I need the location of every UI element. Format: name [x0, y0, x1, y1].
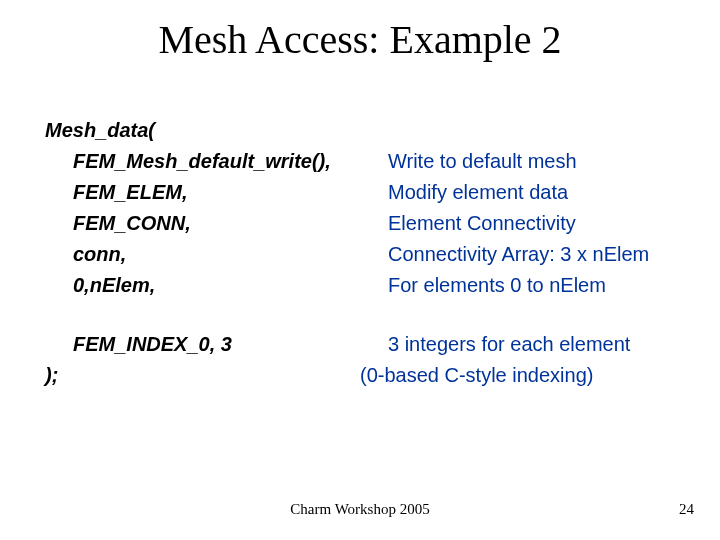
slide-body: Mesh_data( FEM_Mesh_default_write(), Wri… — [45, 115, 685, 391]
code-text: FEM_INDEX_0, 3 — [45, 329, 388, 360]
desc-text: Element Connectivity — [388, 208, 685, 239]
code-text: 0,nElem, — [45, 270, 388, 301]
desc-text: For elements 0 to nElem — [388, 270, 685, 301]
code-text: ); — [45, 360, 360, 391]
code-text: conn, — [45, 239, 388, 270]
desc-text: Connectivity Array: 3 x nElem — [388, 239, 685, 270]
code-text: FEM_CONN, — [45, 208, 388, 239]
desc-text: Modify element data — [388, 177, 685, 208]
slide-title: Mesh Access: Example 2 — [0, 16, 720, 63]
desc-text: 3 integers for each element — [388, 329, 685, 360]
footer-text: Charm Workshop 2005 — [0, 501, 720, 518]
slide-number: 24 — [679, 501, 694, 518]
code-text: FEM_ELEM, — [45, 177, 388, 208]
code-row: conn, Connectivity Array: 3 x nElem — [45, 239, 685, 270]
desc-text: Write to default mesh — [388, 146, 685, 177]
desc-text: (0-based C-style indexing) — [360, 360, 685, 391]
code-row: FEM_Mesh_default_write(), Write to defau… — [45, 146, 685, 177]
code-row: FEM_CONN, Element Connectivity — [45, 208, 685, 239]
code-row: FEM_INDEX_0, 3 3 integers for each eleme… — [45, 329, 685, 360]
code-row: 0,nElem, For elements 0 to nElem — [45, 270, 685, 301]
slide: Mesh Access: Example 2 Mesh_data( FEM_Me… — [0, 0, 720, 540]
code-text: FEM_Mesh_default_write(), — [45, 146, 388, 177]
code-text: Mesh_data( — [45, 115, 360, 146]
code-row: ); (0-based C-style indexing) — [45, 360, 685, 391]
code-row: FEM_ELEM, Modify element data — [45, 177, 685, 208]
spacer — [45, 301, 685, 329]
code-row: Mesh_data( — [45, 115, 685, 146]
